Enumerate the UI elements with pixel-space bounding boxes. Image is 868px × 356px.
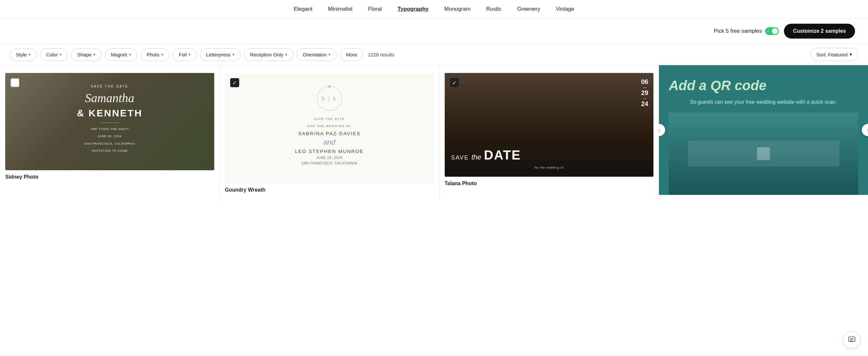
samples-text: Pick 5 free samples <box>714 28 762 34</box>
filter-bar: Style ▾ Color ▾ Shape ▾ Magnet ▾ Photo ▾… <box>0 44 868 65</box>
card-col-goundry: ✓ <box>220 65 439 201</box>
goundry-script-and: and <box>323 138 335 147</box>
nav-item-rustic[interactable]: Rustic <box>486 6 501 12</box>
card-col-talana: ✓ 06 — 29 — 24 SAVE the D <box>439 65 659 201</box>
card-checkbox-goundry[interactable]: ✓ <box>230 78 239 87</box>
talana-card-design: 06 — 29 — 24 SAVE the DATE for the <box>445 73 654 177</box>
talana-for-wedding: for the wedding of <box>451 165 647 170</box>
filter-photo[interactable]: Photo ▾ <box>141 48 169 61</box>
goundry-location: SAN FRANCISCO, CALIFORNIA <box>301 162 358 165</box>
talana-save: SAVE <box>451 154 469 161</box>
chevron-down-icon: ▾ <box>129 52 131 57</box>
sidney-overlay: SAVE THE DATE Samantha & KENNETH ARE TYI… <box>72 79 148 158</box>
top-nav: Elegant Minimalist Floral Typography Mon… <box>0 0 868 19</box>
card-image-talana[interactable]: 06 — 29 — 24 SAVE the DATE for the <box>445 73 654 177</box>
card-image-sidney[interactable]: SAVE THE DATE Samantha & KENNETH ARE TYI… <box>5 73 214 170</box>
sidney-card-design: SAVE THE DATE Samantha & KENNETH ARE TYI… <box>5 73 214 170</box>
talana-divider-line2: — <box>641 96 648 100</box>
talana-overlay: SAVE the DATE for the wedding of <box>451 148 647 170</box>
goundry-date: JUNE 29, 2024 <box>316 156 342 159</box>
filter-color-label: Color <box>46 52 58 58</box>
talana-names: for the wedding of <box>451 165 647 170</box>
card-name-talana: Talana Photo <box>445 181 654 186</box>
qr-title: Add a QR code <box>669 78 858 93</box>
card-checkbox-sidney[interactable] <box>10 78 20 87</box>
customize-button[interactable]: Customize 2 samples <box>784 24 855 39</box>
talana-divider-line: — <box>641 85 648 89</box>
sort-button[interactable]: Sort: Featured ▾ <box>810 48 858 61</box>
filter-reception-only[interactable]: Reception Only ▾ <box>244 48 293 61</box>
chevron-down-icon: ▾ <box>93 52 95 57</box>
filter-magnet-label: Magnet <box>111 52 127 58</box>
filter-magnet[interactable]: Magnet ▾ <box>105 48 137 61</box>
goundry-save-label: SAVE THE DATE <box>314 117 345 120</box>
card-name-goundry: Goundry Wreath <box>225 187 434 193</box>
sidney-divider <box>100 122 120 123</box>
filter-photo-label: Photo <box>147 52 159 58</box>
filter-more[interactable]: More <box>340 48 363 61</box>
card-name-sidney: Sidney Photo <box>5 174 214 180</box>
talana-year: 24 <box>641 100 648 107</box>
chevron-down-icon: ▾ <box>849 51 852 58</box>
sidney-ampersand: & KENNETH <box>77 108 143 119</box>
chevron-down-icon: ▾ <box>329 52 331 57</box>
samples-toggle[interactable] <box>765 27 779 35</box>
samples-label: Pick 5 free samples <box>714 27 779 35</box>
goundry-wreath-svg: S | L <box>313 82 346 114</box>
results-count: 1228 results <box>368 52 394 58</box>
nav-item-minimalist[interactable]: Minimalist <box>328 6 352 12</box>
card-inner-talana: ✓ 06 — 29 — 24 SAVE the D <box>445 73 654 186</box>
goundry-card-design: S | L SAVE THE DATE FOR THE WEDDING OF S… <box>225 73 434 183</box>
filter-color[interactable]: Color ▾ <box>40 48 68 61</box>
goundry-name1: SABRINA PAZ-DAVIES <box>298 131 361 136</box>
filter-shape-label: Shape <box>77 52 91 58</box>
chevron-down-icon: ▾ <box>232 52 235 57</box>
nav-item-floral[interactable]: Floral <box>368 6 382 12</box>
sidney-name1: Samantha <box>85 91 134 105</box>
card-grid: SAVE THE DATE Samantha & KENNETH ARE TYI… <box>0 65 868 201</box>
qr-panel: Add a QR code So guests can see your fre… <box>659 65 868 195</box>
qr-description: So guests can see your free wedding webs… <box>669 98 858 106</box>
chevron-down-icon: ▾ <box>161 52 163 57</box>
nav-item-monogram[interactable]: Monogram <box>444 6 471 12</box>
card-image-goundry[interactable]: S | L SAVE THE DATE FOR THE WEDDING OF S… <box>225 73 434 183</box>
goundry-name2: LEO STEPHEN MUNROE <box>295 148 364 154</box>
svg-text:S | L: S | L <box>321 96 338 102</box>
talana-day: 29 <box>641 89 648 96</box>
goundry-for-wedding: FOR THE WEDDING OF <box>307 123 351 129</box>
sidney-location: SAN FRANCISCO, CALIFORNIA <box>84 141 135 146</box>
svg-point-14 <box>328 85 331 88</box>
filter-style-label: Style <box>16 52 27 58</box>
talana-month: 06 <box>641 78 648 85</box>
filter-shape[interactable]: Shape ▾ <box>71 48 101 61</box>
talana-the: the <box>471 153 482 162</box>
card-col-qr: Add a QR code So guests can see your fre… <box>659 65 868 201</box>
talana-date-word: DATE <box>484 148 521 163</box>
talana-date-top: 06 — 29 — 24 <box>641 78 648 107</box>
sidney-save-the-date: SAVE THE DATE <box>91 84 128 88</box>
chevron-down-icon: ▾ <box>29 52 31 57</box>
chevron-down-icon: ▾ <box>189 52 190 57</box>
carousel-next-button[interactable]: › <box>862 124 868 136</box>
sort-label: Sort: Featured <box>816 52 847 58</box>
card-checkbox-talana[interactable]: ✓ <box>450 78 459 87</box>
nav-item-elegant[interactable]: Elegant <box>294 6 313 12</box>
filter-foil[interactable]: Foil ▾ <box>173 48 197 61</box>
filter-letterpress[interactable]: Letterpress ▾ <box>200 48 241 61</box>
filter-reception-only-label: Reception Only <box>250 52 283 58</box>
filter-orientation-label: Orientation <box>303 52 327 58</box>
chevron-down-icon: ▾ <box>60 52 62 57</box>
card-inner-goundry: ✓ <box>225 73 434 193</box>
filter-orientation[interactable]: Orientation ▾ <box>297 48 337 61</box>
nav-item-vintage[interactable]: Vintage <box>556 6 574 12</box>
svg-point-4 <box>342 82 346 83</box>
qr-image-area <box>669 112 858 195</box>
qr-preview <box>688 141 839 167</box>
carousel-prev-button[interactable]: ‹ <box>659 124 665 136</box>
filter-foil-label: Foil <box>179 52 187 58</box>
goundry-save-the-date: SAVE THE DATE <box>314 116 345 121</box>
nav-item-greenery[interactable]: Greenery <box>517 6 540 12</box>
card-col-sidney: SAVE THE DATE Samantha & KENNETH ARE TYI… <box>0 65 220 201</box>
nav-item-typography[interactable]: Typography <box>397 6 429 12</box>
filter-style[interactable]: Style ▾ <box>10 48 37 61</box>
